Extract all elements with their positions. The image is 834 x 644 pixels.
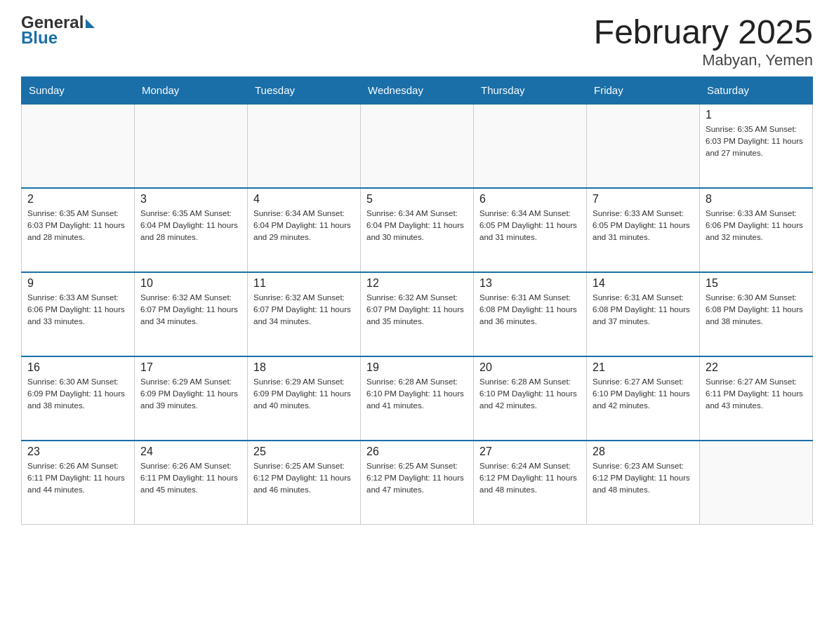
day-number: 26 — [366, 445, 468, 458]
calendar-week-row: 1Sunrise: 6:35 AM Sunset: 6:03 PM Daylig… — [22, 104, 813, 188]
calendar-cell: 8Sunrise: 6:33 AM Sunset: 6:06 PM Daylig… — [700, 188, 813, 272]
calendar-cell: 20Sunrise: 6:28 AM Sunset: 6:10 PM Dayli… — [474, 356, 587, 441]
calendar-cell — [22, 104, 135, 188]
weekday-header: Friday — [587, 76, 700, 104]
day-number: 23 — [27, 445, 128, 458]
weekday-header: Saturday — [700, 76, 813, 104]
day-number: 19 — [366, 361, 468, 374]
day-number: 13 — [479, 277, 581, 290]
logo: General Blue — [21, 14, 95, 46]
calendar-week-row: 23Sunrise: 6:26 AM Sunset: 6:11 PM Dayli… — [22, 441, 813, 525]
day-info: Sunrise: 6:31 AM Sunset: 6:08 PM Dayligh… — [593, 292, 694, 328]
weekday-header: Tuesday — [248, 76, 361, 104]
calendar-title-block: February 2025 Mabyan, Yemen — [594, 14, 813, 69]
day-number: 12 — [366, 277, 468, 290]
day-info: Sunrise: 6:33 AM Sunset: 6:06 PM Dayligh… — [706, 208, 807, 244]
calendar-week-row: 9Sunrise: 6:33 AM Sunset: 6:06 PM Daylig… — [22, 272, 813, 356]
day-number: 24 — [140, 445, 241, 458]
day-info: Sunrise: 6:23 AM Sunset: 6:12 PM Dayligh… — [593, 460, 694, 497]
calendar-cell: 9Sunrise: 6:33 AM Sunset: 6:06 PM Daylig… — [22, 272, 135, 356]
day-number: 9 — [27, 277, 128, 290]
day-info: Sunrise: 6:30 AM Sunset: 6:08 PM Dayligh… — [706, 292, 807, 328]
calendar-cell: 27Sunrise: 6:24 AM Sunset: 6:12 PM Dayli… — [474, 441, 587, 525]
calendar-table: SundayMondayTuesdayWednesdayThursdayFrid… — [21, 76, 813, 525]
logo-blue-text: Blue — [21, 29, 95, 46]
day-info: Sunrise: 6:33 AM Sunset: 6:05 PM Dayligh… — [593, 208, 694, 244]
day-info: Sunrise: 6:35 AM Sunset: 6:04 PM Dayligh… — [140, 208, 241, 244]
calendar-cell: 26Sunrise: 6:25 AM Sunset: 6:12 PM Dayli… — [361, 441, 474, 525]
day-number: 11 — [253, 277, 355, 290]
calendar-cell: 10Sunrise: 6:32 AM Sunset: 6:07 PM Dayli… — [135, 272, 248, 356]
day-info: Sunrise: 6:29 AM Sunset: 6:09 PM Dayligh… — [140, 376, 241, 412]
calendar-cell: 7Sunrise: 6:33 AM Sunset: 6:05 PM Daylig… — [587, 188, 700, 272]
day-info: Sunrise: 6:28 AM Sunset: 6:10 PM Dayligh… — [479, 376, 581, 412]
day-number: 14 — [593, 277, 694, 290]
day-number: 16 — [27, 361, 128, 374]
day-info: Sunrise: 6:33 AM Sunset: 6:06 PM Dayligh… — [27, 292, 128, 328]
day-info: Sunrise: 6:34 AM Sunset: 6:04 PM Dayligh… — [366, 208, 468, 244]
day-number: 2 — [27, 193, 128, 206]
day-info: Sunrise: 6:32 AM Sunset: 6:07 PM Dayligh… — [366, 292, 468, 328]
day-number: 28 — [593, 445, 694, 458]
day-number: 7 — [593, 193, 694, 206]
day-info: Sunrise: 6:29 AM Sunset: 6:09 PM Dayligh… — [253, 376, 355, 412]
calendar-cell: 5Sunrise: 6:34 AM Sunset: 6:04 PM Daylig… — [361, 188, 474, 272]
calendar-cell — [248, 104, 361, 188]
day-number: 27 — [479, 445, 581, 458]
day-info: Sunrise: 6:35 AM Sunset: 6:03 PM Dayligh… — [706, 123, 807, 160]
day-info: Sunrise: 6:32 AM Sunset: 6:07 PM Dayligh… — [140, 292, 241, 328]
calendar-cell: 15Sunrise: 6:30 AM Sunset: 6:08 PM Dayli… — [700, 272, 813, 356]
calendar-title: February 2025 — [594, 14, 813, 51]
calendar-cell — [700, 441, 813, 525]
calendar-cell: 16Sunrise: 6:30 AM Sunset: 6:09 PM Dayli… — [22, 356, 135, 441]
day-number: 21 — [593, 361, 694, 374]
day-info: Sunrise: 6:25 AM Sunset: 6:12 PM Dayligh… — [366, 460, 468, 497]
day-number: 5 — [366, 193, 468, 206]
calendar-cell: 25Sunrise: 6:25 AM Sunset: 6:12 PM Dayli… — [248, 441, 361, 525]
day-info: Sunrise: 6:30 AM Sunset: 6:09 PM Dayligh… — [27, 376, 128, 412]
day-info: Sunrise: 6:26 AM Sunset: 6:11 PM Dayligh… — [27, 460, 128, 497]
day-info: Sunrise: 6:27 AM Sunset: 6:10 PM Dayligh… — [593, 376, 694, 412]
weekday-header: Sunday — [22, 76, 135, 104]
calendar-cell: 2Sunrise: 6:35 AM Sunset: 6:03 PM Daylig… — [22, 188, 135, 272]
calendar-subtitle: Mabyan, Yemen — [594, 51, 813, 69]
calendar-cell: 28Sunrise: 6:23 AM Sunset: 6:12 PM Dayli… — [587, 441, 700, 525]
day-number: 20 — [479, 361, 581, 374]
page-header: General Blue February 2025 Mabyan, Yemen — [21, 14, 813, 69]
calendar-cell — [135, 104, 248, 188]
calendar-cell: 23Sunrise: 6:26 AM Sunset: 6:11 PM Dayli… — [22, 441, 135, 525]
day-number: 22 — [706, 361, 807, 374]
calendar-cell: 22Sunrise: 6:27 AM Sunset: 6:11 PM Dayli… — [700, 356, 813, 441]
day-info: Sunrise: 6:27 AM Sunset: 6:11 PM Dayligh… — [706, 376, 807, 412]
calendar-cell: 6Sunrise: 6:34 AM Sunset: 6:05 PM Daylig… — [474, 188, 587, 272]
day-info: Sunrise: 6:25 AM Sunset: 6:12 PM Dayligh… — [253, 460, 355, 497]
calendar-cell: 14Sunrise: 6:31 AM Sunset: 6:08 PM Dayli… — [587, 272, 700, 356]
calendar-cell: 19Sunrise: 6:28 AM Sunset: 6:10 PM Dayli… — [361, 356, 474, 441]
day-number: 18 — [253, 361, 355, 374]
calendar-cell: 11Sunrise: 6:32 AM Sunset: 6:07 PM Dayli… — [248, 272, 361, 356]
day-number: 10 — [140, 277, 241, 290]
day-number: 4 — [253, 193, 355, 206]
day-info: Sunrise: 6:35 AM Sunset: 6:03 PM Dayligh… — [27, 208, 128, 244]
calendar-cell — [361, 104, 474, 188]
calendar-cell — [474, 104, 587, 188]
day-info: Sunrise: 6:32 AM Sunset: 6:07 PM Dayligh… — [253, 292, 355, 328]
logo-triangle-icon — [86, 19, 95, 28]
day-info: Sunrise: 6:26 AM Sunset: 6:11 PM Dayligh… — [140, 460, 241, 497]
weekday-header: Thursday — [474, 76, 587, 104]
day-info: Sunrise: 6:31 AM Sunset: 6:08 PM Dayligh… — [479, 292, 581, 328]
weekday-header: Monday — [135, 76, 248, 104]
day-number: 8 — [706, 193, 807, 206]
day-number: 25 — [253, 445, 355, 458]
weekday-header: Wednesday — [361, 76, 474, 104]
calendar-week-row: 2Sunrise: 6:35 AM Sunset: 6:03 PM Daylig… — [22, 188, 813, 272]
calendar-cell: 24Sunrise: 6:26 AM Sunset: 6:11 PM Dayli… — [135, 441, 248, 525]
day-info: Sunrise: 6:28 AM Sunset: 6:10 PM Dayligh… — [366, 376, 468, 412]
calendar-cell: 1Sunrise: 6:35 AM Sunset: 6:03 PM Daylig… — [700, 104, 813, 188]
day-number: 1 — [706, 109, 807, 121]
calendar-cell: 18Sunrise: 6:29 AM Sunset: 6:09 PM Dayli… — [248, 356, 361, 441]
calendar-cell — [587, 104, 700, 188]
day-info: Sunrise: 6:24 AM Sunset: 6:12 PM Dayligh… — [479, 460, 581, 497]
calendar-cell: 13Sunrise: 6:31 AM Sunset: 6:08 PM Dayli… — [474, 272, 587, 356]
day-info: Sunrise: 6:34 AM Sunset: 6:05 PM Dayligh… — [479, 208, 581, 244]
